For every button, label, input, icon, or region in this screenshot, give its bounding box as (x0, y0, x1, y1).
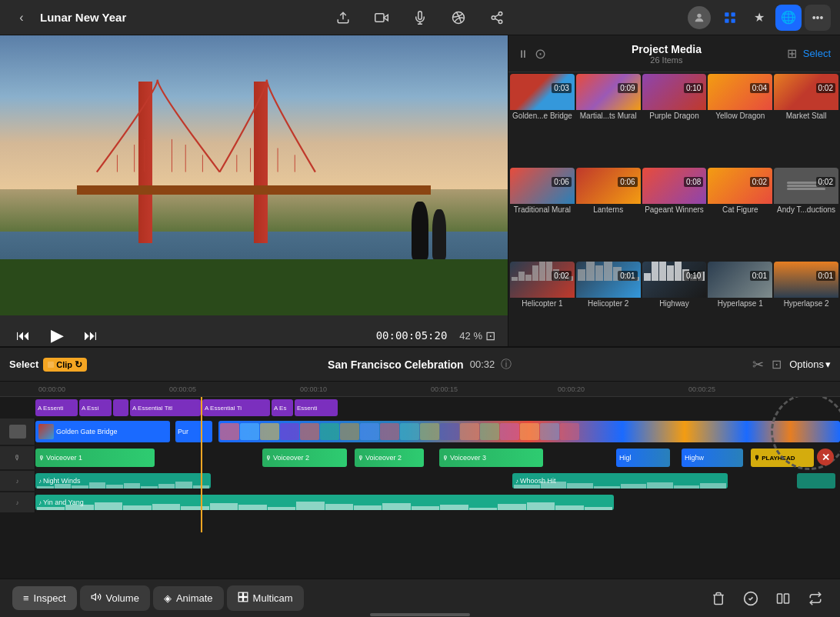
music-clip[interactable]: ♪Whoosh Hit (512, 473, 728, 489)
back-button[interactable]: ‹ (9, 5, 34, 30)
svg-line-8 (495, 18, 498, 21)
view-mode-group: ★ 🌐 ••• (717, 5, 831, 31)
video-track-content: Golden Gate Bridge Pur (35, 420, 840, 443)
svg-point-10 (697, 13, 701, 17)
multicam-button[interactable]: Multicam (227, 585, 304, 611)
globe-button[interactable]: 🌐 (775, 5, 802, 31)
video-clip[interactable]: Golden Gate Bridge (35, 421, 170, 442)
media-panel: ⏸ ⊙ Project Media 26 Items ⊞ Select 0:03… (508, 35, 840, 355)
media-item[interactable]: 0:10 Highway (642, 262, 707, 354)
svg-rect-29 (243, 598, 247, 602)
media-item[interactable]: 0:06 Lanterns (576, 168, 641, 260)
camera-button[interactable] (369, 5, 394, 30)
checkmark-button[interactable] (738, 586, 763, 611)
photo-library-button[interactable] (717, 5, 743, 31)
timeline-area: Select Clip ↻ San Francisco Celebration … (0, 346, 840, 569)
filter-button[interactable]: ⊙ (535, 45, 546, 62)
title-clip[interactable]: A Essi (79, 399, 112, 416)
svg-rect-13 (725, 18, 728, 22)
play-button[interactable]: ▶ (46, 325, 68, 346)
media-item[interactable]: 0:02 Cat Figure (708, 168, 772, 260)
export-button[interactable] (331, 5, 355, 30)
main-content: ⏮ ▶ ⏭ 00:00:05:20 42 % ⊡ ⏸ ⊙ Project Med… (0, 35, 840, 355)
more-button[interactable]: ••• (805, 5, 831, 31)
voiceover-clip[interactable]: 🎙Voiceover 3 (439, 449, 543, 467)
pause-button[interactable]: ⏸ (518, 48, 528, 60)
split-button[interactable] (771, 586, 795, 611)
skip-back-button[interactable]: ⏮ (12, 325, 34, 346)
grid-view-button[interactable]: ⊞ (787, 46, 797, 61)
music-clip-2[interactable]: ♪Yin and Yang (35, 495, 614, 510)
svg-line-9 (495, 14, 498, 16)
playhead-clip[interactable]: 🎙 PLAYHEAD (751, 449, 814, 467)
video-clip[interactable]: Pur (175, 421, 212, 442)
media-item[interactable]: 0:02 Market Stall (774, 74, 838, 166)
frame-icon[interactable]: ⊡ (772, 357, 782, 372)
skip-forward-button[interactable]: ⏭ (80, 325, 102, 346)
media-item[interactable]: 0:02 Helicopter 1 (510, 262, 575, 354)
voiceover-track: 🎙 🎙Voiceover 1 🎙Voiceover 2 🎙Voiceover 2 (0, 446, 840, 469)
title-clip[interactable]: A Essential Ti (202, 399, 270, 416)
playhead-line (201, 397, 202, 532)
animate-button[interactable]: ◈ Animate (153, 586, 224, 610)
tracks-container: A Essenti A Essi A Essential Titl A Esse… (0, 397, 840, 532)
mic-button[interactable] (408, 5, 432, 30)
svg-rect-27 (243, 592, 247, 596)
timeline-header: Select Clip ↻ San Francisco Celebration … (0, 348, 840, 382)
clip-badge: Clip ↻ (43, 358, 87, 372)
music-track-content: ♪Night Winds (35, 472, 840, 489)
svg-rect-32 (785, 594, 789, 603)
svg-point-5 (498, 12, 502, 15)
zoom-icon[interactable]: ⊡ (485, 329, 495, 343)
inspect-button[interactable]: ≡ Inspect (12, 586, 77, 610)
media-item[interactable]: 0:01 Helicopter 2 (576, 262, 641, 354)
title-clip[interactable]: A Essential Titl (130, 399, 201, 416)
select-media-button[interactable]: Select (803, 48, 831, 59)
media-grid: 0:03 Golden...e Bridge 0:09 Martial...ts… (508, 72, 840, 355)
title-clip[interactable] (113, 399, 128, 416)
music-track-1: ♪ ♪Night Winds (0, 471, 840, 491)
music-clip[interactable]: ♪Night Winds (35, 473, 211, 489)
volume-icon (91, 592, 102, 605)
timeline-duration: 00:32 (470, 359, 495, 370)
video-clip-strip[interactable] (218, 421, 840, 442)
media-item[interactable]: 0:01 Hyperlapse 1 (708, 262, 772, 354)
video-preview[interactable] (0, 35, 508, 315)
home-indicator (0, 613, 840, 617)
media-item[interactable]: 0:10 Purple Dragon (642, 74, 707, 166)
media-item[interactable]: 0:01 Hyperlapse 2 (774, 262, 838, 354)
media-item[interactable]: 0:06 Traditional Mural (510, 168, 575, 260)
animate-icon: ◈ (164, 592, 172, 604)
audio-clip[interactable]: Higl (616, 449, 670, 467)
voiceover-clip[interactable]: 🎙Voiceover 2 (355, 449, 424, 467)
share-button[interactable] (485, 5, 509, 30)
trash-button[interactable] (706, 586, 731, 611)
music-clip[interactable] (797, 473, 835, 489)
media-item[interactable]: 0:08 Pageant Winners (642, 168, 707, 260)
volume-button[interactable]: Volume (80, 585, 150, 611)
media-item[interactable]: 0:03 Golden...e Bridge (510, 74, 575, 166)
favorites-button[interactable]: ★ (746, 5, 772, 31)
bottom-toolbar: ≡ Inspect Volume ◈ Animate Multicam (0, 579, 840, 617)
info-button[interactable]: ⓘ (501, 358, 512, 372)
media-item[interactable]: 0:04 Yellow Dragon (708, 74, 772, 166)
title-clip[interactable]: A Essenti (35, 399, 78, 416)
media-panel-header: ⏸ ⊙ Project Media 26 Items ⊞ Select (508, 35, 840, 72)
options-button[interactable]: Options ▾ (789, 359, 831, 370)
detach-button[interactable] (803, 586, 828, 611)
close-playhead-button[interactable]: ✕ (817, 449, 834, 465)
title-clip[interactable]: A Es (272, 399, 293, 416)
voice-button[interactable] (446, 5, 471, 30)
multicam-icon (238, 592, 248, 605)
svg-rect-31 (778, 594, 782, 603)
avatar-circle (688, 6, 711, 29)
timeline-ruler: 00:00:00 00:00:05 00:00:10 00:00:15 00:0… (0, 382, 840, 397)
media-panel-title: Project Media (552, 43, 781, 55)
cut-icon[interactable]: ✂ (752, 356, 764, 373)
media-item[interactable]: 0:09 Martial...ts Mural (576, 74, 641, 166)
audio-clip[interactable]: Highw (682, 449, 743, 467)
voiceover-clip[interactable]: 🎙Voiceover 1 (35, 449, 155, 467)
voiceover-clip[interactable]: 🎙Voiceover 2 (262, 449, 347, 467)
media-item[interactable]: 0:02 Andy T...ductions (774, 168, 838, 260)
title-clip[interactable]: Essenti (295, 399, 338, 416)
